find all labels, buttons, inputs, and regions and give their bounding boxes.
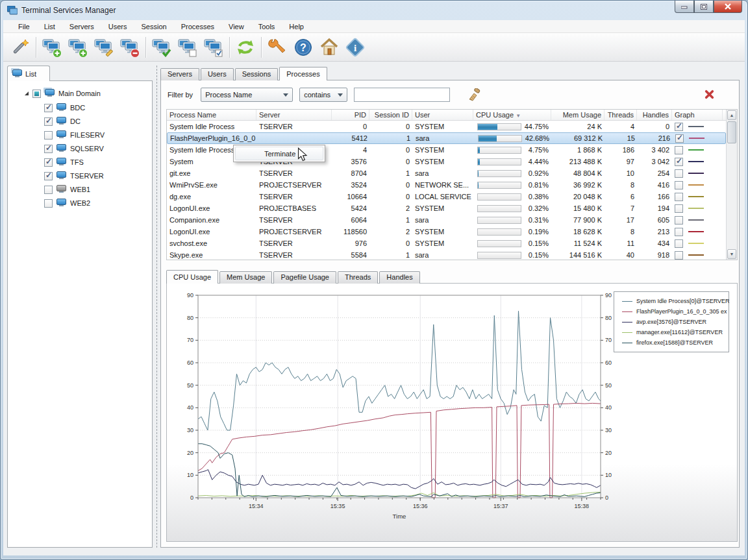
tree-item-tfs[interactable]: TFS <box>44 156 84 168</box>
menu-file[interactable]: File <box>11 21 37 32</box>
chart-tab-handles[interactable]: Handles <box>379 271 419 284</box>
graph-checkbox[interactable] <box>675 134 684 143</box>
table-row[interactable]: FlashPlayerPlugin_16_0_054121sara42.68%6… <box>167 132 726 144</box>
column-header-server[interactable]: Server <box>256 110 332 120</box>
graph-checkbox[interactable] <box>675 193 683 201</box>
scroll-down-icon[interactable]: ▼ <box>727 249 736 259</box>
column-header-user[interactable]: User <box>412 110 473 120</box>
graph-checkbox[interactable] <box>675 146 683 154</box>
refresh-button[interactable] <box>232 35 258 60</box>
cpu-bar <box>477 170 521 177</box>
remove-server-button[interactable] <box>117 35 143 60</box>
close-filter-icon[interactable] <box>704 90 714 99</box>
select-checked-button[interactable] <box>201 35 227 60</box>
tree-item-tserver[interactable]: TSERVER <box>44 170 104 182</box>
tree-item-sqlserv[interactable]: SQLSERV <box>44 143 104 154</box>
column-header-process-name[interactable]: Process Name <box>167 110 256 120</box>
menu-tools[interactable]: Tools <box>251 21 282 32</box>
close-button[interactable] <box>714 1 742 13</box>
minimize-button[interactable] <box>675 1 694 13</box>
menu-session[interactable]: Session <box>134 21 174 32</box>
server-checkbox[interactable] <box>44 145 53 153</box>
tab-servers[interactable]: Servers <box>160 68 199 80</box>
cell-user: sara <box>412 251 473 259</box>
tab-users[interactable]: Users <box>201 68 234 80</box>
tab-sessions[interactable]: Sessions <box>235 68 279 80</box>
tree-root-main-domain[interactable]: Main Domain <box>25 88 101 99</box>
menu-view[interactable]: View <box>221 21 251 32</box>
context-menu-item-terminate[interactable]: Terminate <box>235 147 323 160</box>
column-header-session-id[interactable]: Session ID <box>369 110 412 120</box>
graph-checkbox[interactable] <box>675 204 683 213</box>
graph-checkbox[interactable] <box>675 169 683 178</box>
chart-tab-mem-usage[interactable]: Mem Usage <box>219 271 272 284</box>
home-button[interactable] <box>316 35 342 60</box>
server-checkbox[interactable] <box>44 131 53 140</box>
table-scrollbar[interactable]: ▲ ▼ <box>726 110 737 260</box>
help-button[interactable]: ? <box>290 35 316 60</box>
table-row[interactable]: git.exeTSERVER87041sara0.92%48 804 K1025… <box>167 167 726 179</box>
menu-servers[interactable]: Servers <box>62 21 101 32</box>
add-group-button[interactable] <box>65 35 91 60</box>
server-checkbox[interactable] <box>44 186 53 194</box>
table-row[interactable]: Companion.exeTSERVER60641sara0.31%77 900… <box>167 214 726 226</box>
column-header-mem-usage[interactable]: Mem Usage <box>551 110 605 120</box>
server-checkbox[interactable] <box>44 172 53 180</box>
clear-brush-icon[interactable] <box>467 88 481 101</box>
server-checkbox[interactable] <box>44 104 53 112</box>
tab-list[interactable]: List <box>7 66 50 81</box>
options-wrench-button[interactable] <box>264 35 290 60</box>
table-row[interactable]: LogonUI.exePROJECTSERVER1185602SYSTEM0.1… <box>167 226 726 237</box>
chart-tab-cpu-usage[interactable]: CPU Usage <box>166 270 218 284</box>
tree-item-web2[interactable]: WEB2 <box>44 197 90 209</box>
filter-field-select[interactable]: Process Name <box>201 88 293 102</box>
add-server-button[interactable] <box>39 35 65 60</box>
table-row[interactable]: LogonUI.exePROJECTBASES54242SYSTEM0.32%1… <box>167 202 726 214</box>
server-checkbox[interactable] <box>44 117 53 126</box>
column-header-cpu-usage[interactable]: CPU Usage ▼ <box>473 110 551 120</box>
titlebar[interactable]: Terminal Services Manager <box>1 1 747 20</box>
scroll-thumb[interactable] <box>727 121 736 143</box>
connect-check-button[interactable] <box>149 35 175 60</box>
column-header-handles[interactable]: Handles <box>637 110 672 120</box>
graph-checkbox[interactable] <box>675 228 683 236</box>
menu-list[interactable]: List <box>37 21 62 32</box>
filter-search-input[interactable] <box>354 88 450 102</box>
table-row[interactable]: dg.exeTSERVER106640LOCAL SERVICE0.38%20 … <box>167 191 726 202</box>
menu-processes[interactable]: Processes <box>174 21 221 32</box>
scroll-up-icon[interactable]: ▲ <box>727 110 736 120</box>
column-header-threads[interactable]: Threads <box>605 110 637 120</box>
filter-operator-select[interactable]: contains <box>299 88 347 102</box>
graph-checkbox[interactable] <box>675 123 683 131</box>
wand-button[interactable] <box>7 35 33 60</box>
graph-checkbox[interactable] <box>675 239 683 248</box>
menu-help[interactable]: Help <box>282 21 311 32</box>
root-checkbox[interactable] <box>32 90 41 98</box>
menu-users[interactable]: Users <box>101 21 134 32</box>
expander-icon[interactable] <box>25 91 29 95</box>
chart-tab-pagefile-usage[interactable]: Pagefile Usage <box>273 271 336 284</box>
table-row[interactable]: WmiPrvSE.exePROJECTSERVER35240NETWORK SE… <box>167 179 726 191</box>
tab-processes[interactable]: Processes <box>279 67 327 80</box>
tree-item-web1[interactable]: WEB1 <box>44 184 90 195</box>
tree-item-bdc[interactable]: BDC <box>44 102 85 114</box>
server-checkbox[interactable] <box>44 199 53 208</box>
about-info-button[interactable]: i <box>342 35 368 60</box>
maximize-button[interactable] <box>694 1 714 13</box>
graph-checkbox[interactable] <box>675 251 683 260</box>
chart-tab-threads[interactable]: Threads <box>338 271 378 284</box>
select-none-button[interactable] <box>175 35 201 60</box>
tree-item-dc[interactable]: DC <box>44 116 81 127</box>
edit-server-button[interactable] <box>91 35 117 60</box>
graph-checkbox[interactable] <box>675 158 683 166</box>
server-checkbox[interactable] <box>44 158 53 167</box>
table-row[interactable]: System Idle ProcessTSERVER00SYSTEM44.75%… <box>167 121 726 132</box>
splitter[interactable] <box>156 66 158 548</box>
table-row[interactable]: svchost.exeTSERVER9760SYSTEM0.15%11 524 … <box>167 237 726 249</box>
tree-item-fileserv[interactable]: FILESERV <box>44 129 105 141</box>
column-header-graph[interactable]: Graph <box>672 110 723 120</box>
graph-checkbox[interactable] <box>675 181 683 189</box>
column-header-pid[interactable]: PID <box>332 110 369 120</box>
table-row[interactable]: Skype.exeTSERVER55841sara0.15%144 516 K4… <box>167 249 726 261</box>
graph-checkbox[interactable] <box>675 216 683 225</box>
